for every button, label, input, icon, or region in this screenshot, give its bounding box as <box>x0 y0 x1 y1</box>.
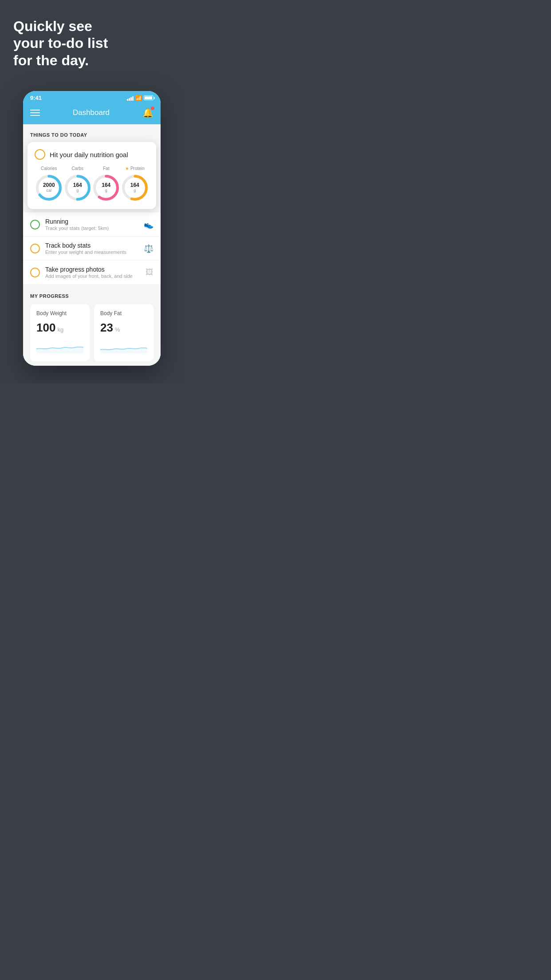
protein-unit: g <box>130 189 139 193</box>
carbs-label: Carbs <box>71 166 83 171</box>
app-content: THINGS TO DO TODAY Hit your daily nutrit… <box>23 124 161 366</box>
todo-running[interactable]: Running Track your stats (target: 5km) 👟 <box>23 213 161 237</box>
protein-donut: 164 g <box>121 174 149 202</box>
todo-circle-photos <box>30 268 40 277</box>
todo-main-running: Running <box>45 218 138 225</box>
notification-dot <box>151 107 154 110</box>
todo-main-body-stats: Track body stats <box>45 242 138 249</box>
fat-unit: g <box>102 189 110 193</box>
notification-bell[interactable]: 🔔 <box>142 107 153 118</box>
body-weight-card[interactable]: Body Weight 100 kg <box>30 304 90 361</box>
progress-cards: Body Weight 100 kg Body Fat <box>30 304 153 361</box>
todo-text-running: Running Track your stats (target: 5km) <box>45 218 138 231</box>
calories-value: 2000 <box>43 183 55 189</box>
photo-icon: 🖼 <box>146 268 153 277</box>
todo-circle-body-stats <box>30 244 40 253</box>
body-fat-unit: % <box>115 326 120 333</box>
wifi-icon: 📶 <box>135 95 142 101</box>
nutrition-card-title: Hit your daily nutrition goal <box>50 151 128 158</box>
signal-icon <box>127 95 134 101</box>
phone-mockup: 9:41 📶 Dashboard 🔔 <box>23 91 161 366</box>
nutrition-card-header: Hit your daily nutrition goal <box>35 149 149 160</box>
app-header: Dashboard 🔔 <box>23 103 161 124</box>
things-today-header: THINGS TO DO TODAY <box>23 124 161 142</box>
todo-circle-running <box>30 220 40 229</box>
fat-value: 164 <box>102 183 110 189</box>
progress-title: MY PROGRESS <box>30 293 153 299</box>
protein-value: 164 <box>130 183 139 189</box>
calories-label: Calories <box>41 166 57 171</box>
nutrition-carbs: Carbs 164 g <box>63 166 92 202</box>
fat-label: Fat <box>103 166 109 171</box>
todo-text-body-stats: Track body stats Enter your weight and m… <box>45 242 138 255</box>
status-time: 9:41 <box>30 95 42 101</box>
scale-icon: ⚖️ <box>144 244 153 253</box>
hero-title: Quickly see your to-do list for the day. <box>13 18 170 69</box>
body-fat-value: 23 <box>100 321 113 335</box>
body-weight-value-row: 100 kg <box>36 321 83 335</box>
body-fat-chart <box>100 340 147 353</box>
protein-label: ★ Protein <box>125 166 145 171</box>
nutrition-circles: Calories 2000 cal <box>35 166 149 202</box>
protein-star: ★ <box>125 166 129 171</box>
fat-donut: 164 g <box>92 174 120 202</box>
nutrition-card[interactable]: Hit your daily nutrition goal Calories <box>28 142 156 209</box>
body-weight-unit: kg <box>57 326 63 333</box>
body-weight-value: 100 <box>36 321 55 335</box>
battery-icon <box>144 95 153 100</box>
carbs-donut: 164 g <box>63 174 92 202</box>
calories-unit: cal <box>43 189 55 193</box>
app-title: Dashboard <box>73 108 110 117</box>
nutrition-calories: Calories 2000 cal <box>35 166 63 202</box>
progress-section: MY PROGRESS Body Weight 100 kg <box>23 285 161 366</box>
shoe-icon: 👟 <box>144 220 153 229</box>
todo-sub-photos: Add images of your front, back, and side <box>45 273 140 279</box>
todo-sub-running: Track your stats (target: 5km) <box>45 225 138 231</box>
todo-photos[interactable]: Take progress photos Add images of your … <box>23 261 161 285</box>
status-icons: 📶 <box>127 95 153 101</box>
todo-list: Running Track your stats (target: 5km) 👟… <box>23 213 161 285</box>
carbs-unit: g <box>73 189 82 193</box>
nutrition-fat: Fat 164 g <box>92 166 120 202</box>
things-today-title: THINGS TO DO TODAY <box>30 132 87 138</box>
todo-main-photos: Take progress photos <box>45 266 140 273</box>
body-fat-card[interactable]: Body Fat 23 % <box>94 304 153 361</box>
hero-section: Quickly see your to-do list for the day. <box>0 0 184 91</box>
todo-sub-body-stats: Enter your weight and measurements <box>45 249 138 255</box>
body-fat-card-title: Body Fat <box>100 310 147 316</box>
nutrition-protein: ★ Protein 164 g <box>121 166 149 202</box>
todo-body-stats[interactable]: Track body stats Enter your weight and m… <box>23 237 161 261</box>
body-fat-value-row: 23 % <box>100 321 147 335</box>
hamburger-menu[interactable] <box>30 110 40 116</box>
carbs-value: 164 <box>73 183 82 189</box>
body-weight-card-title: Body Weight <box>36 310 83 316</box>
body-weight-chart <box>36 340 83 353</box>
todo-text-photos: Take progress photos Add images of your … <box>45 266 140 279</box>
calories-donut: 2000 cal <box>35 174 63 202</box>
nutrition-check-circle <box>35 149 45 160</box>
status-bar: 9:41 📶 <box>23 91 161 103</box>
